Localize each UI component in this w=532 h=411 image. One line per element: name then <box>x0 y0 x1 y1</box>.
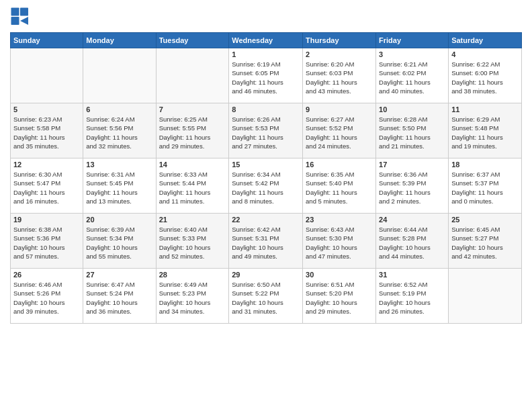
day-info: Sunrise: 6:24 AM Sunset: 5:56 PM Dayligh… <box>86 115 152 150</box>
calendar-day-cell: 4Sunrise: 6:22 AM Sunset: 6:00 PM Daylig… <box>449 48 522 103</box>
day-info: Sunrise: 6:39 AM Sunset: 5:34 PM Dayligh… <box>86 225 152 261</box>
day-info: Sunrise: 6:26 AM Sunset: 5:53 PM Dayligh… <box>232 115 300 150</box>
day-info: Sunrise: 6:47 AM Sunset: 5:24 PM Dayligh… <box>86 280 152 316</box>
calendar-day-cell: 13Sunrise: 6:31 AM Sunset: 5:45 PM Dayli… <box>83 158 156 214</box>
day-number: 12 <box>13 161 80 169</box>
page-header <box>10 7 522 27</box>
day-info: Sunrise: 6:29 AM Sunset: 5:48 PM Dayligh… <box>451 115 519 150</box>
calendar-page: SundayMondayTuesdayWednesdayThursdayFrid… <box>0 0 532 411</box>
day-info: Sunrise: 6:37 AM Sunset: 5:37 PM Dayligh… <box>451 170 519 205</box>
calendar-day-cell: 11Sunrise: 6:29 AM Sunset: 5:48 PM Dayli… <box>449 103 522 158</box>
calendar-day-cell: 2Sunrise: 6:20 AM Sunset: 6:03 PM Daylig… <box>303 48 376 103</box>
calendar-day-cell <box>449 269 522 324</box>
weekday-header: Thursday <box>303 33 376 48</box>
day-info: Sunrise: 6:23 AM Sunset: 5:58 PM Dayligh… <box>13 115 80 150</box>
calendar-day-cell <box>83 48 156 103</box>
svg-marker-3 <box>20 17 28 25</box>
day-info: Sunrise: 6:31 AM Sunset: 5:45 PM Dayligh… <box>86 170 152 205</box>
calendar-day-cell: 17Sunrise: 6:36 AM Sunset: 5:39 PM Dayli… <box>376 158 449 214</box>
day-info: Sunrise: 6:22 AM Sunset: 6:00 PM Dayligh… <box>451 60 519 95</box>
day-info: Sunrise: 6:49 AM Sunset: 5:23 PM Dayligh… <box>159 280 226 316</box>
day-number: 15 <box>232 161 300 169</box>
day-info: Sunrise: 6:30 AM Sunset: 5:47 PM Dayligh… <box>13 170 80 205</box>
logo-icon <box>10 7 30 27</box>
calendar-day-cell: 23Sunrise: 6:43 AM Sunset: 5:30 PM Dayli… <box>303 214 376 269</box>
day-number: 18 <box>451 161 519 169</box>
day-info: Sunrise: 6:46 AM Sunset: 5:26 PM Dayligh… <box>13 280 80 316</box>
day-number: 14 <box>159 161 226 169</box>
weekday-row: SundayMondayTuesdayWednesdayThursdayFrid… <box>11 33 522 48</box>
weekday-header: Friday <box>376 33 449 48</box>
day-info: Sunrise: 6:42 AM Sunset: 5:31 PM Dayligh… <box>232 225 300 261</box>
calendar-day-cell: 7Sunrise: 6:25 AM Sunset: 5:55 PM Daylig… <box>156 103 229 158</box>
calendar-day-cell: 29Sunrise: 6:50 AM Sunset: 5:22 PM Dayli… <box>229 269 303 324</box>
day-number: 13 <box>86 161 152 169</box>
day-number: 29 <box>232 271 300 279</box>
calendar-day-cell: 24Sunrise: 6:44 AM Sunset: 5:28 PM Dayli… <box>376 214 449 269</box>
calendar-week-row: 1Sunrise: 6:19 AM Sunset: 6:05 PM Daylig… <box>11 48 522 103</box>
calendar-day-cell: 27Sunrise: 6:47 AM Sunset: 5:24 PM Dayli… <box>83 269 156 324</box>
day-number: 2 <box>306 50 373 58</box>
logo <box>10 7 33 27</box>
day-info: Sunrise: 6:33 AM Sunset: 5:44 PM Dayligh… <box>159 170 226 205</box>
day-info: Sunrise: 6:52 AM Sunset: 5:19 PM Dayligh… <box>379 280 445 316</box>
day-number: 11 <box>451 105 519 113</box>
svg-rect-1 <box>20 8 28 16</box>
day-number: 27 <box>86 271 152 279</box>
day-info: Sunrise: 6:51 AM Sunset: 5:20 PM Dayligh… <box>306 280 373 316</box>
calendar-day-cell: 31Sunrise: 6:52 AM Sunset: 5:19 PM Dayli… <box>376 269 449 324</box>
day-info: Sunrise: 6:19 AM Sunset: 6:05 PM Dayligh… <box>232 60 300 95</box>
calendar-week-row: 5Sunrise: 6:23 AM Sunset: 5:58 PM Daylig… <box>11 103 522 158</box>
day-number: 25 <box>451 216 519 224</box>
weekday-header: Wednesday <box>229 33 303 48</box>
day-info: Sunrise: 6:36 AM Sunset: 5:39 PM Dayligh… <box>379 170 445 205</box>
day-number: 10 <box>379 105 445 113</box>
day-number: 17 <box>379 161 445 169</box>
day-number: 19 <box>13 216 80 224</box>
svg-rect-0 <box>11 8 19 16</box>
calendar-day-cell: 18Sunrise: 6:37 AM Sunset: 5:37 PM Dayli… <box>449 158 522 214</box>
calendar-week-row: 26Sunrise: 6:46 AM Sunset: 5:26 PM Dayli… <box>11 269 522 324</box>
weekday-header: Saturday <box>449 33 522 48</box>
day-number: 9 <box>306 105 373 113</box>
calendar-day-cell: 6Sunrise: 6:24 AM Sunset: 5:56 PM Daylig… <box>83 103 156 158</box>
day-number: 26 <box>13 271 80 279</box>
day-info: Sunrise: 6:25 AM Sunset: 5:55 PM Dayligh… <box>159 115 226 150</box>
day-info: Sunrise: 6:40 AM Sunset: 5:33 PM Dayligh… <box>159 225 226 261</box>
calendar-day-cell: 8Sunrise: 6:26 AM Sunset: 5:53 PM Daylig… <box>229 103 303 158</box>
calendar-week-row: 12Sunrise: 6:30 AM Sunset: 5:47 PM Dayli… <box>11 158 522 214</box>
calendar-day-cell <box>11 48 83 103</box>
calendar-body: 1Sunrise: 6:19 AM Sunset: 6:05 PM Daylig… <box>11 48 522 324</box>
calendar-day-cell: 14Sunrise: 6:33 AM Sunset: 5:44 PM Dayli… <box>156 158 229 214</box>
calendar-day-cell <box>156 48 229 103</box>
svg-rect-2 <box>11 17 19 25</box>
calendar-table: SundayMondayTuesdayWednesdayThursdayFrid… <box>10 32 522 324</box>
day-info: Sunrise: 6:43 AM Sunset: 5:30 PM Dayligh… <box>306 225 373 261</box>
day-info: Sunrise: 6:28 AM Sunset: 5:50 PM Dayligh… <box>379 115 445 150</box>
calendar-day-cell: 10Sunrise: 6:28 AM Sunset: 5:50 PM Dayli… <box>376 103 449 158</box>
day-number: 5 <box>13 105 80 113</box>
day-number: 31 <box>379 271 445 279</box>
calendar-day-cell: 5Sunrise: 6:23 AM Sunset: 5:58 PM Daylig… <box>11 103 83 158</box>
calendar-day-cell: 30Sunrise: 6:51 AM Sunset: 5:20 PM Dayli… <box>303 269 376 324</box>
calendar-day-cell: 3Sunrise: 6:21 AM Sunset: 6:02 PM Daylig… <box>376 48 449 103</box>
calendar-day-cell: 19Sunrise: 6:38 AM Sunset: 5:36 PM Dayli… <box>11 214 83 269</box>
calendar-day-cell: 9Sunrise: 6:27 AM Sunset: 5:52 PM Daylig… <box>303 103 376 158</box>
day-number: 4 <box>451 50 519 58</box>
calendar-day-cell: 28Sunrise: 6:49 AM Sunset: 5:23 PM Dayli… <box>156 269 229 324</box>
calendar-day-cell: 1Sunrise: 6:19 AM Sunset: 6:05 PM Daylig… <box>229 48 303 103</box>
day-info: Sunrise: 6:44 AM Sunset: 5:28 PM Dayligh… <box>379 225 445 261</box>
day-info: Sunrise: 6:45 AM Sunset: 5:27 PM Dayligh… <box>451 225 519 261</box>
day-info: Sunrise: 6:20 AM Sunset: 6:03 PM Dayligh… <box>306 60 373 95</box>
calendar-day-cell: 25Sunrise: 6:45 AM Sunset: 5:27 PM Dayli… <box>449 214 522 269</box>
calendar-day-cell: 12Sunrise: 6:30 AM Sunset: 5:47 PM Dayli… <box>11 158 83 214</box>
day-number: 22 <box>232 216 300 224</box>
weekday-header: Sunday <box>11 33 83 48</box>
day-info: Sunrise: 6:35 AM Sunset: 5:40 PM Dayligh… <box>306 170 373 205</box>
calendar-day-cell: 22Sunrise: 6:42 AM Sunset: 5:31 PM Dayli… <box>229 214 303 269</box>
day-info: Sunrise: 6:21 AM Sunset: 6:02 PM Dayligh… <box>379 60 445 95</box>
calendar-day-cell: 21Sunrise: 6:40 AM Sunset: 5:33 PM Dayli… <box>156 214 229 269</box>
weekday-header: Tuesday <box>156 33 229 48</box>
calendar-day-cell: 16Sunrise: 6:35 AM Sunset: 5:40 PM Dayli… <box>303 158 376 214</box>
day-number: 20 <box>86 216 152 224</box>
